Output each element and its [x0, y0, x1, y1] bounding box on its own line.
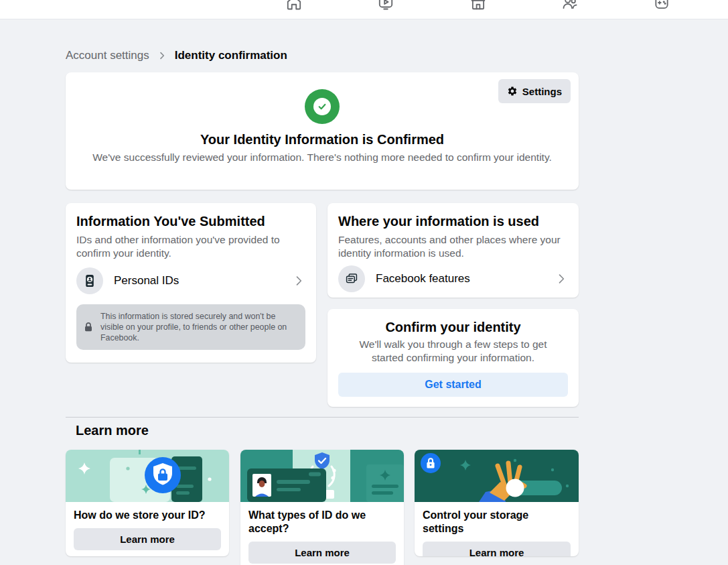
storage-settings-illustration — [415, 450, 579, 502]
learn-more-heading: Learn more — [76, 423, 149, 438]
top-navigation-bar — [0, 0, 728, 19]
watch-video-icon[interactable] — [377, 0, 394, 11]
breadcrumb-account-settings[interactable]: Account settings — [66, 49, 149, 62]
gear-icon — [507, 86, 518, 97]
store-id-illustration — [66, 450, 229, 502]
learn-card-id-types: What types of ID do we accept? Learn mor… — [240, 450, 404, 565]
settings-button-label: Settings — [522, 86, 562, 97]
get-started-button[interactable]: Get started — [338, 373, 568, 397]
status-title: Your Identity Information is Confirmed — [66, 132, 579, 147]
chevron-right-icon — [555, 272, 568, 286]
marketplace-icon[interactable] — [469, 0, 487, 11]
learn-card-title: What types of ID do we accept? — [248, 509, 396, 536]
status-subtitle: We've successfully reviewed your informa… — [86, 151, 559, 164]
settings-button[interactable]: Settings — [498, 79, 571, 103]
usage-card-title: Where your information is used — [338, 214, 568, 229]
usage-card-description: Features, accounts and other places wher… — [338, 233, 568, 260]
breadcrumb: Account settings Identity confirmation — [66, 49, 287, 62]
groups-icon[interactable] — [561, 0, 579, 11]
learn-card-title: How do we store your ID? — [74, 509, 221, 522]
information-submitted-card: Information You've Submitted IDs and oth… — [66, 203, 316, 363]
chevron-right-icon — [292, 274, 305, 288]
lock-icon — [83, 322, 94, 332]
personal-ids-label: Personal IDs — [114, 274, 179, 288]
confirm-card-title: Confirm your identity — [338, 320, 568, 335]
learn-more-button[interactable]: Learn more — [423, 542, 571, 556]
facebook-features-label: Facebook features — [376, 272, 470, 286]
confirm-identity-card: Confirm your identity We'll walk you thr… — [327, 309, 579, 407]
secure-storage-notice: This information is stored securely and … — [76, 304, 305, 350]
submitted-card-title: Information You've Submitted — [76, 214, 305, 229]
facebook-features-row[interactable]: Facebook features — [338, 265, 568, 292]
confirm-card-description: We'll walk you through a few steps to ge… — [343, 338, 564, 365]
home-icon[interactable] — [285, 0, 303, 11]
secure-storage-notice-text: This information is stored securely and … — [100, 311, 297, 343]
confirmed-check-icon — [305, 89, 340, 124]
information-usage-card: Where your information is used Features,… — [327, 203, 579, 298]
cards-stack-icon — [338, 265, 365, 292]
id-card-icon — [76, 267, 103, 294]
learn-card-store-id: How do we store your ID? Learn more — [66, 450, 229, 556]
breadcrumb-identity-confirmation: Identity confirmation — [175, 49, 287, 62]
learn-card-storage-settings: Control your storage settings Learn more — [415, 450, 579, 556]
gaming-icon[interactable] — [653, 0, 670, 11]
learn-card-title: Control your storage settings — [423, 509, 571, 536]
id-types-illustration — [240, 450, 404, 502]
identity-status-card: Settings Your Identity Information is Co… — [66, 72, 579, 190]
section-divider — [66, 417, 579, 418]
learn-more-button[interactable]: Learn more — [248, 542, 396, 564]
submitted-card-description: IDs and other information you've provide… — [76, 233, 305, 260]
personal-ids-row[interactable]: Personal IDs — [76, 267, 305, 294]
learn-more-button[interactable]: Learn more — [74, 528, 221, 550]
chevron-right-icon — [157, 50, 167, 61]
